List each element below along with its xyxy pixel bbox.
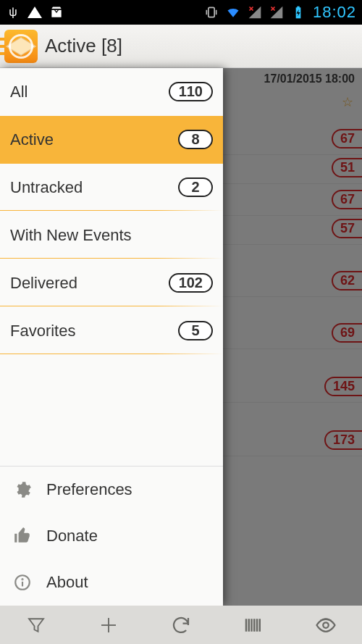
drawer-bottom: Preferences Donate About xyxy=(0,466,223,606)
status-bar: ψ 18:02 xyxy=(0,0,362,25)
app-header[interactable]: Active [8] xyxy=(0,25,362,68)
sidebar-item-label: Delivered xyxy=(10,274,77,293)
sidebar-item-favorites[interactable]: Favorites 5 xyxy=(0,307,223,355)
drawer-filters: All 110 Active 8 Untracked 2 With New Ev… xyxy=(0,68,223,466)
view-button[interactable] xyxy=(290,606,362,644)
sidebar-item-label: About xyxy=(46,573,88,592)
usb-icon: ψ xyxy=(6,5,20,20)
add-button[interactable] xyxy=(72,606,145,644)
sidebar-item-label: All xyxy=(10,83,28,101)
page-title: Active [8] xyxy=(45,35,122,57)
sidebar-item-label: With New Events xyxy=(10,226,132,245)
app-icon xyxy=(4,30,38,63)
sidebar-item-label: Favorites xyxy=(10,322,75,340)
signal-1-icon xyxy=(248,5,262,20)
svg-rect-2 xyxy=(297,7,299,8)
barcode-button[interactable] xyxy=(217,606,290,644)
sidebar-item-all[interactable]: All 110 xyxy=(0,68,223,116)
count-badge: 8 xyxy=(178,130,213,149)
sidebar-item-label: Donate xyxy=(46,527,98,545)
status-right: 18:02 xyxy=(204,3,356,22)
svg-rect-0 xyxy=(209,7,214,17)
sidebar-item-new-events[interactable]: With New Events xyxy=(0,212,223,259)
refresh-button[interactable] xyxy=(145,606,217,644)
filter-button[interactable] xyxy=(0,606,72,644)
vibrate-icon xyxy=(204,5,219,20)
battery-charging-icon xyxy=(291,5,306,20)
warning-icon xyxy=(28,5,42,20)
sidebar-item-about[interactable]: About xyxy=(0,559,223,606)
sidebar-item-preferences[interactable]: Preferences xyxy=(0,467,223,513)
signal-2-icon xyxy=(269,5,284,20)
count-badge: 110 xyxy=(169,82,213,101)
status-left: ψ xyxy=(6,5,64,20)
sidebar-item-label: Preferences xyxy=(46,480,132,499)
svg-point-5 xyxy=(22,579,22,580)
sidebar-item-donate[interactable]: Donate xyxy=(0,513,223,559)
bottom-toolbar xyxy=(0,606,362,644)
count-badge: 2 xyxy=(178,177,213,197)
count-badge: 5 xyxy=(178,321,213,340)
sidebar-item-untracked[interactable]: Untracked 2 xyxy=(0,164,223,212)
clock: 18:02 xyxy=(313,3,356,22)
sidebar-item-delivered[interactable]: Delivered 102 xyxy=(0,259,223,307)
sidebar-item-active[interactable]: Active 8 xyxy=(0,116,223,164)
thumbs-up-icon xyxy=(12,527,33,545)
sidebar-item-label: Active xyxy=(10,130,54,149)
svg-point-14 xyxy=(323,622,329,628)
wifi-icon xyxy=(226,5,240,20)
info-icon xyxy=(12,573,33,592)
sidebar-item-label: Untracked xyxy=(10,178,83,197)
count-badge: 102 xyxy=(169,273,213,293)
play-store-icon xyxy=(49,5,64,20)
navigation-drawer: All 110 Active 8 Untracked 2 With New Ev… xyxy=(0,68,223,606)
gear-icon xyxy=(12,480,33,499)
